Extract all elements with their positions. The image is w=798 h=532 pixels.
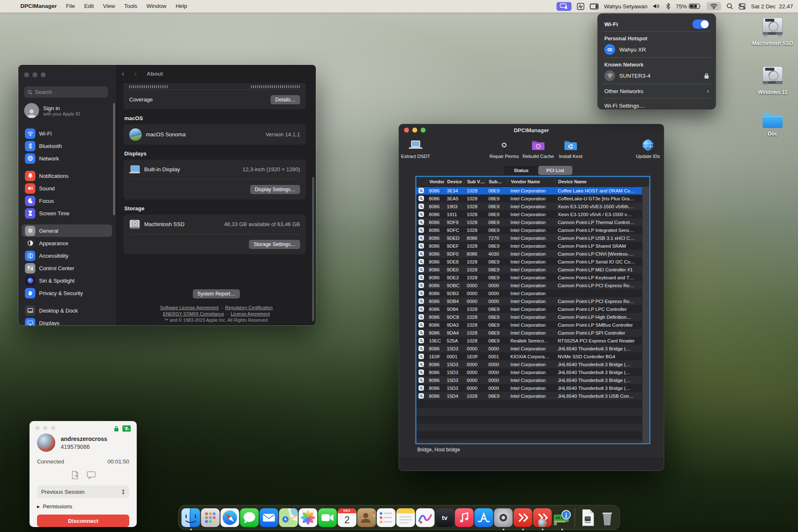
pci-row[interactable]: 80861903102808E9Intel CorporationXeon E3… <box>416 202 643 210</box>
sidebar-item-focus[interactable]: Focus <box>22 195 112 207</box>
dock-photos[interactable] <box>299 508 318 527</box>
toolbar-repair-perms[interactable]: g stroke="#b9b9be" stroke-width="1.6" st… <box>488 138 521 159</box>
pci-row[interactable]: 80869DE8102808E9Intel CorporationCannon … <box>416 258 643 266</box>
column-header-device[interactable]: Device <box>444 179 464 185</box>
pci-row[interactable]: 10EC525A102808E9Realtek Semico…RTS525A P… <box>416 337 643 345</box>
sidebar-item-sound[interactable]: Sound <box>22 182 112 195</box>
dock-freeform[interactable] <box>416 508 435 527</box>
menu-edit[interactable]: Edit <box>80 0 99 12</box>
wifi-settings-item[interactable]: Wi-Fi Settings… <box>604 99 709 112</box>
volume-menu-icon[interactable] <box>653 3 660 9</box>
wifi-toggle[interactable] <box>692 20 709 29</box>
dock-safari[interactable] <box>221 508 239 527</box>
sidebar-item-notifications[interactable]: Notifications <box>22 170 112 182</box>
control-center-menu-icon[interactable] <box>739 3 746 10</box>
dock-trash[interactable] <box>598 508 617 527</box>
content-scrollbar[interactable] <box>312 177 314 321</box>
desktop-icon-doc[interactable]: Doc <box>747 111 798 137</box>
dock-music[interactable] <box>455 508 474 527</box>
pci-row[interactable]: 80869DF9102808E9Intel CorporationCannon … <box>416 218 643 226</box>
forward-chevron-icon[interactable]: › <box>129 69 142 78</box>
sidebar-item-screen-time[interactable]: Screen Time <box>22 207 112 219</box>
sidebar-scrollbar[interactable] <box>113 103 115 215</box>
dock-appstore[interactable] <box>475 508 493 527</box>
battery-menu-item[interactable]: 75% <box>676 3 701 10</box>
sidebar-item-siri-spotlight[interactable]: Siri & Spotlight <box>22 274 112 287</box>
column-header-vendor-name[interactable]: Vendor Name <box>507 179 555 185</box>
tab-status[interactable]: Status <box>504 166 538 175</box>
pci-row[interactable]: 80869DA4102808E9Intel CorporationCannon … <box>416 329 643 337</box>
sidebar-item-accessibility[interactable]: Accessibility <box>22 249 112 262</box>
pci-row[interactable]: 80863E34102808E9Intel CorporationCoffee … <box>416 187 643 195</box>
sidebar-item-control-center[interactable]: Control Center <box>22 262 112 274</box>
file-transfer-icon[interactable] <box>71 470 80 480</box>
pci-row[interactable]: 80869DE0102808E9Intel CorporationCannon … <box>416 266 643 273</box>
pci-row[interactable]: 808615D300000000Intel CorporationJHL6540… <box>416 376 643 384</box>
display-settings-button[interactable]: Display Settings… <box>250 185 300 194</box>
sidebar-item-privacy-security[interactable]: Privacy & Security <box>22 287 112 299</box>
dock-calendar[interactable]: DEC2 <box>338 508 357 527</box>
menu-bar-user-name[interactable]: Wahyu Setyawan <box>604 3 648 10</box>
pci-row[interactable]: 80869DB400000000Intel CorporationCannon … <box>416 297 643 305</box>
hotspot-item[interactable]: Wahyu XR <box>604 42 709 57</box>
sidebar-item-network[interactable]: Network <box>22 152 112 165</box>
permissions-disclosure[interactable]: ▶ Permissions <box>37 503 129 510</box>
pci-row[interactable]: 80869DEF102808E9Intel CorporationCannon … <box>416 242 643 250</box>
dock-messages[interactable] <box>240 508 259 527</box>
toolbar-update-ids[interactable]: Update IDs <box>631 138 665 159</box>
dock-reminders[interactable] <box>377 508 396 527</box>
pci-row[interactable]: 808615D300000000Intel CorporationJHL6540… <box>416 360 643 368</box>
dock-mail[interactable] <box>260 508 278 527</box>
window-controls[interactable] <box>24 72 46 77</box>
dock-finder[interactable] <box>182 508 200 527</box>
disconnect-button[interactable]: Disconnect <box>37 515 129 527</box>
sidebar-sign-in[interactable]: Sign in with your Apple ID <box>24 103 80 118</box>
desktop-icon-windows-11[interactable]: Windows 11 <box>747 66 798 95</box>
minimize-button[interactable] <box>32 72 37 77</box>
other-networks-item[interactable]: Other Networks › <box>604 85 709 97</box>
settings-search-input[interactable]: Search <box>24 86 108 98</box>
dock-notes[interactable] <box>397 508 415 527</box>
minimize-button[interactable] <box>412 128 417 133</box>
pci-row[interactable]: 808615D300000000Intel CorporationJHL6540… <box>416 384 643 392</box>
column-header-device-name[interactable]: Device Name <box>555 179 649 185</box>
session-select[interactable]: Previous Session ▲▼ <box>37 485 129 498</box>
dock-appletv[interactable]: tv <box>436 508 454 527</box>
screen-sharing-indicator-icon[interactable] <box>557 2 571 11</box>
pci-row[interactable]: 80869DFC102808E9Intel CorporationCannon … <box>416 226 643 234</box>
dock-maps[interactable] <box>279 508 298 527</box>
menu-view[interactable]: View <box>99 0 120 12</box>
sidebar-item-wi-fi[interactable]: Wi-Fi <box>22 127 112 140</box>
license-agreement-link[interactable]: License Agreement <box>231 311 270 316</box>
pci-row[interactable]: 80869DB300000000Intel Corporation <box>416 289 643 297</box>
zoom-button[interactable] <box>41 72 46 77</box>
menu-help[interactable]: Help <box>171 0 192 12</box>
known-network-item[interactable]: SUNTER3-4 <box>604 69 709 83</box>
screen-mirroring-menu-icon[interactable] <box>590 3 598 10</box>
regulatory-certification-link[interactable]: Regulatory Certification <box>225 305 273 310</box>
menu-window[interactable]: Window <box>142 0 171 12</box>
toolbar-install-kext[interactable]: Install Kext <box>554 138 587 159</box>
pci-row[interactable]: 80869D84102808E9Intel CorporationCannon … <box>416 305 643 313</box>
menu-bar-clock[interactable]: Sat 2 Dec 22.47 <box>751 3 793 10</box>
pci-row[interactable]: 808615D4102808E9Intel CorporationJHL6540… <box>416 392 643 400</box>
dock-contacts[interactable] <box>357 508 376 527</box>
chat-icon[interactable] <box>86 470 96 479</box>
pci-row[interactable]: 80863EA5102808E9Intel CorporationCoffeeL… <box>416 195 643 202</box>
tab-pci-list[interactable]: PCI List <box>538 166 572 175</box>
pci-row[interactable]: 808615D300000000Intel CorporationJHL6540… <box>416 368 643 376</box>
dock-anydesk[interactable] <box>514 508 532 527</box>
close-button[interactable] <box>24 72 29 77</box>
column-header-sub[interactable]: Sub… <box>485 179 507 185</box>
pci-row[interactable]: 80869DBC00000000Intel CorporationCannon … <box>416 281 643 289</box>
system-report-button[interactable]: System Report… <box>193 289 240 298</box>
toolbar-rebuild-cache[interactable]: Rebuild Cache <box>522 138 555 159</box>
pci-row[interactable]: 80869DE3102808E9Intel CorporationCannon … <box>416 273 643 281</box>
stats-menu-icon[interactable] <box>577 3 584 10</box>
details-button[interactable]: Details… <box>271 95 300 104</box>
sidebar-item-general[interactable]: General <box>22 224 112 237</box>
pci-row[interactable]: 808615D300000000Intel CorporationJHL6540… <box>416 345 643 352</box>
back-chevron-icon[interactable]: ‹ <box>117 69 129 78</box>
sidebar-item-bluetooth[interactable]: Bluetooth <box>22 140 112 152</box>
storage-settings-button[interactable]: Storage Settings… <box>249 240 300 249</box>
